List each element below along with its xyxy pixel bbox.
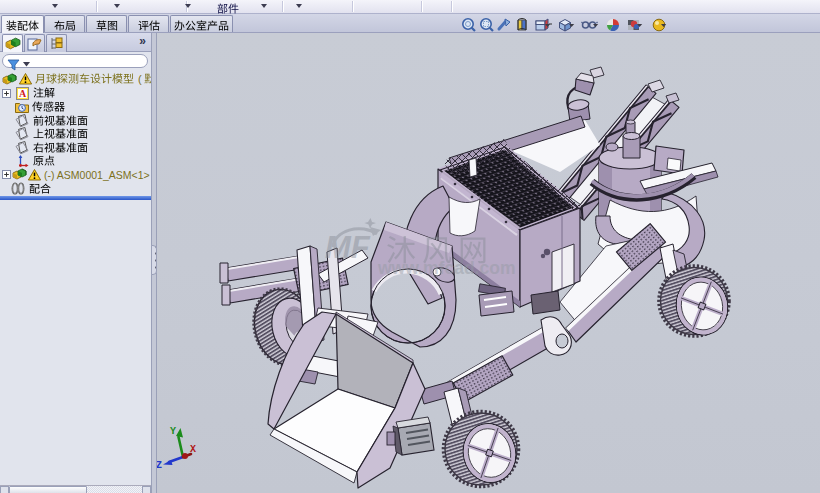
svg-text:X: X: [190, 444, 196, 455]
svg-text:Y: Y: [170, 426, 176, 437]
svg-text:www.mfcad.com: www.mfcad.com: [377, 258, 515, 278]
svg-text:MF: MF: [325, 230, 371, 265]
